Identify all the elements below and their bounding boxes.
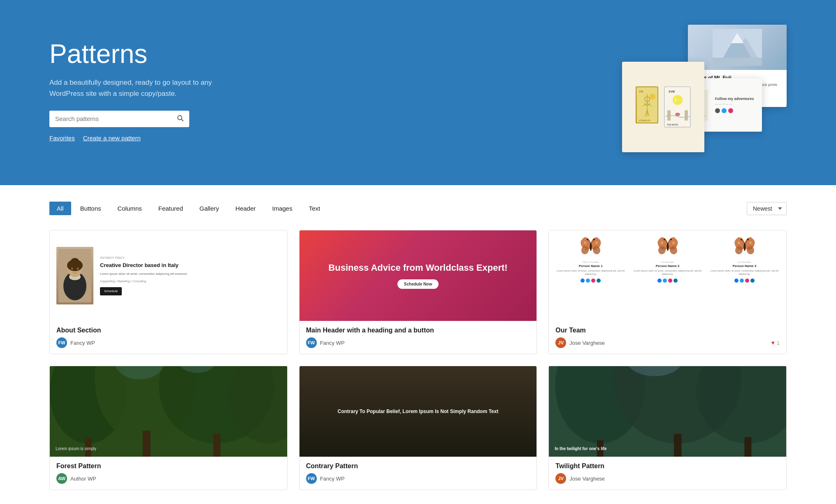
pattern-preview-team: CEO / Founder Person Name 1 Lorem ipsum … — [549, 230, 786, 321]
author-name: Fancy WP — [320, 340, 345, 346]
twilight-illustration — [549, 366, 786, 457]
pattern-info-forest: Forest Pattern AW Author WP — [50, 457, 287, 490]
sort-control: Newest Oldest Popular — [747, 202, 787, 215]
tab-all[interactable]: All — [49, 202, 71, 215]
team-member-2: Co-Founder Person Name 2 Lorem ipsum dol… — [631, 235, 704, 283]
pattern-author: FW Fancy WP — [56, 337, 281, 348]
author-name: Fancy WP — [70, 340, 95, 346]
hero-section: Patterns Add a beautifully designed, rea… — [0, 0, 836, 185]
pattern-author: FW Fancy WP — [306, 337, 530, 348]
pattern-title: Twilight Pattern — [555, 462, 780, 470]
svg-point-36 — [71, 267, 73, 270]
pattern-author: JV Jose Varghese ♥ 1 — [555, 337, 780, 348]
pattern-card-header[interactable]: Business Advice from Worldclass Expert! … — [299, 230, 537, 354]
svg-point-37 — [77, 267, 79, 270]
tab-featured[interactable]: Featured — [151, 202, 190, 215]
pattern-card-twilight[interactable]: In the twilight for one's life Twilight … — [548, 366, 787, 490]
svg-point-48 — [584, 242, 586, 244]
pattern-preview-about: I'M FANCY TRACY Creative Director based … — [50, 230, 287, 321]
tab-gallery[interactable]: Gallery — [192, 202, 227, 215]
svg-rect-85 — [213, 434, 220, 457]
pattern-author: AW Author WP — [56, 473, 281, 484]
author-avatar: FW — [56, 337, 67, 348]
svg-point-50 — [584, 248, 585, 249]
author-avatar: FW — [306, 337, 317, 348]
svg-point-60 — [664, 239, 665, 240]
pattern-info-contrary: Contrary Pattern FW Fancy WP — [300, 457, 537, 490]
svg-rect-5 — [713, 58, 762, 66]
hero-card-tarot: VIII STRENGTH — [622, 62, 704, 152]
svg-point-62 — [661, 242, 663, 244]
butterfly-2 — [657, 236, 678, 258]
svg-text:THE MOON: THE MOON — [667, 123, 678, 126]
patterns-grid: I'M FANCY TRACY Creative Director based … — [49, 230, 787, 490]
moon-card-illustration: XVIII THE MOON — [665, 88, 690, 127]
svg-text:STRENGTH: STRENGTH — [639, 119, 650, 122]
like-count: 1 — [777, 340, 780, 346]
pattern-info-about: About Section FW Fancy WP — [50, 321, 287, 354]
pattern-card-forest[interactable]: Lorem ipsum is simply Forest Pattern AW … — [49, 366, 288, 490]
sort-select[interactable]: Newest Oldest Popular — [747, 202, 787, 215]
tab-images[interactable]: Images — [265, 202, 300, 215]
hero-illustrations: Views of Mt. Fuji An exhibition of early… — [614, 25, 787, 156]
about-portrait — [56, 247, 93, 304]
svg-point-74 — [738, 242, 740, 244]
preview-cta: Schedule Now — [397, 279, 439, 289]
svg-text:VIII: VIII — [639, 90, 643, 93]
butterfly-1 — [580, 236, 601, 258]
team-member-1: CEO / Founder Person Name 1 Lorem ipsum … — [554, 235, 627, 283]
svg-line-1 — [181, 119, 183, 121]
page-title: Patterns — [49, 39, 222, 68]
svg-point-63 — [672, 242, 675, 244]
filter-tabs: All Buttons Columns Featured Gallery Hea… — [49, 202, 327, 215]
preview-heading: Business Advice from Worldclass Expert! — [328, 262, 507, 273]
svg-text:XVIII: XVIII — [669, 90, 675, 93]
filter-bar: All Buttons Columns Featured Gallery Hea… — [49, 202, 787, 215]
mountain-illustration — [713, 29, 762, 66]
favorites-link[interactable]: Favorites — [49, 135, 75, 142]
author-avatar: AW — [56, 473, 67, 484]
tab-text[interactable]: Text — [302, 202, 328, 215]
hero-description: Add a beautifully designed, ready to go … — [49, 77, 222, 99]
author-avatar: JV — [555, 337, 566, 348]
pattern-info-twilight: Twilight Pattern JV Jose Varghese — [549, 457, 786, 490]
pattern-card-contrary[interactable]: Contrary To Popular Belief, Lorem Ipsum … — [299, 366, 537, 490]
author-name: Fancy WP — [320, 476, 345, 482]
pattern-preview-twilight: In the twilight for one's life — [549, 366, 786, 457]
author-name: Author WP — [70, 476, 96, 482]
pattern-card-about[interactable]: I'M FANCY TRACY Creative Director based … — [49, 230, 288, 354]
svg-point-43 — [590, 243, 592, 251]
pattern-preview-forest: Lorem ipsum is simply — [50, 366, 287, 457]
svg-point-49 — [595, 242, 598, 244]
search-button[interactable] — [171, 111, 189, 127]
pattern-title: Main Header with a heading and a button — [306, 327, 530, 334]
svg-rect-93 — [745, 437, 752, 457]
tab-columns[interactable]: Columns — [110, 202, 149, 215]
heart-icon: ♥ — [771, 339, 774, 346]
svg-point-57 — [666, 243, 669, 251]
team-member-3: Co-Founder Person Name 3 Lorem ipsum dol… — [708, 235, 781, 283]
search-input[interactable] — [49, 111, 171, 126]
svg-point-73 — [747, 239, 749, 240]
author-avatar: FW — [306, 473, 317, 484]
pattern-preview-contrary: Contrary To Popular Belief, Lorem Ipsum … — [300, 366, 537, 457]
svg-point-72 — [741, 239, 742, 240]
twilight-text: In the twilight for one's life — [555, 446, 606, 451]
svg-point-28 — [675, 113, 680, 116]
tarot-card-illustration: VIII STRENGTH — [637, 88, 657, 123]
contrary-text: Contrary To Popular Belief, Lorem Ipsum … — [338, 408, 499, 415]
tab-header[interactable]: Header — [228, 202, 263, 215]
pattern-title: About Section — [56, 327, 281, 334]
pattern-preview-header: Business Advice from Worldclass Expert! … — [300, 230, 537, 321]
create-pattern-link[interactable]: Create a new pattern — [83, 135, 141, 142]
svg-point-75 — [749, 242, 752, 244]
pattern-info-header: Main Header with a heading and a button … — [300, 321, 537, 354]
tab-buttons[interactable]: Buttons — [73, 202, 109, 215]
forest-text: Lorem ipsum is simply — [56, 446, 96, 451]
author-avatar: JV — [555, 473, 566, 484]
pattern-title: Our Team — [555, 327, 780, 334]
pattern-info-team: Our Team JV Jose Varghese ♥ 1 — [549, 321, 786, 354]
search-icon — [177, 115, 183, 121]
pattern-author: FW Fancy WP — [306, 473, 530, 484]
pattern-card-team[interactable]: CEO / Founder Person Name 1 Lorem ipsum … — [548, 230, 787, 354]
